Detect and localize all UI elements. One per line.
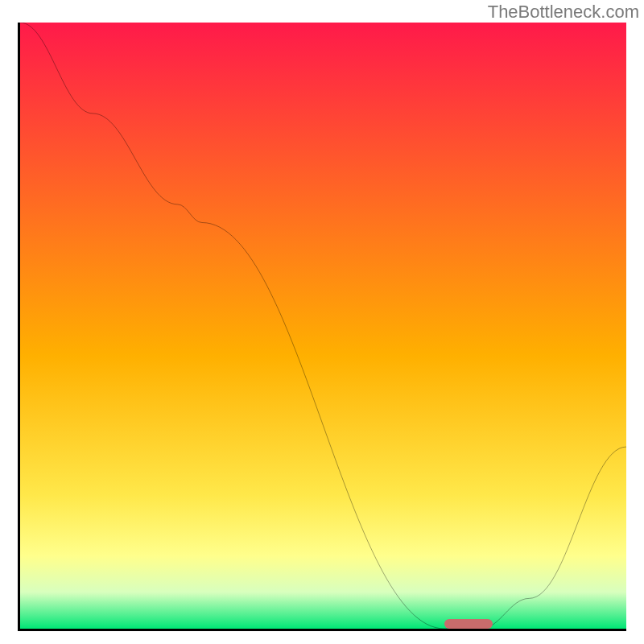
bottleneck-curve: [20, 23, 626, 629]
plot-area: [18, 23, 626, 631]
optimum-marker: [444, 619, 493, 629]
chart-stage: TheBottleneck.com: [0, 0, 644, 644]
watermark-text: TheBottleneck.com: [488, 2, 639, 23]
